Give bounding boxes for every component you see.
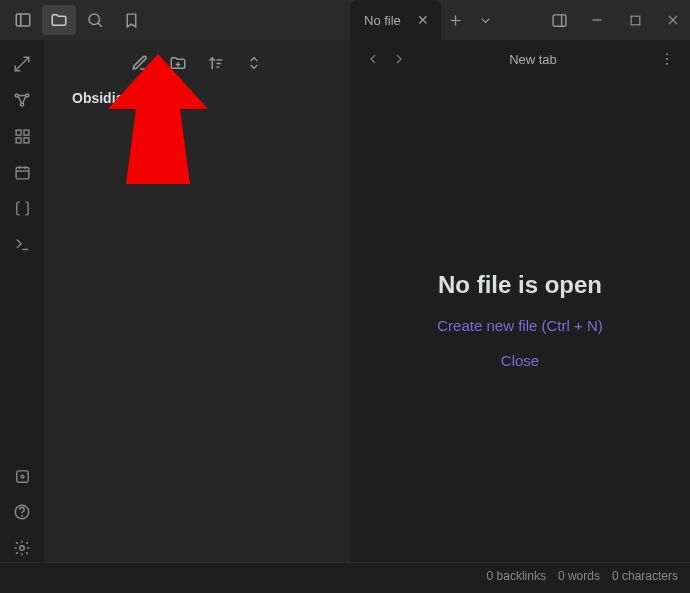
svg-point-2 (89, 14, 100, 25)
svg-point-36 (666, 58, 668, 60)
sidebar-toggle-icon[interactable] (6, 5, 40, 35)
close-link[interactable]: Close (501, 352, 539, 369)
daily-note-icon[interactable] (7, 158, 37, 186)
search-tab-icon[interactable] (78, 5, 112, 35)
view-title: New tab (412, 52, 654, 67)
help-icon[interactable] (7, 498, 37, 526)
right-sidebar-toggle-icon[interactable] (542, 5, 576, 35)
window-controls (542, 5, 690, 35)
command-palette-icon[interactable] (7, 230, 37, 258)
svg-rect-0 (16, 14, 30, 26)
settings-icon[interactable] (7, 534, 37, 562)
bookmarks-tab-icon[interactable] (114, 5, 148, 35)
window-minimize-icon[interactable] (580, 5, 614, 35)
window-close-icon[interactable] (656, 5, 690, 35)
svg-point-35 (666, 53, 668, 55)
vault-icon[interactable] (7, 462, 37, 490)
new-note-icon[interactable] (128, 51, 152, 75)
svg-point-14 (21, 103, 24, 106)
body: Obsidian Vault New tab No file is open C… (0, 40, 690, 562)
sort-icon[interactable] (204, 51, 228, 75)
svg-point-28 (20, 546, 25, 551)
view-more-icon[interactable] (654, 46, 680, 72)
collapse-icon[interactable] (242, 51, 266, 75)
svg-point-25 (21, 475, 24, 478)
canvas-icon[interactable] (7, 122, 37, 150)
tab-label: No file (364, 13, 401, 28)
file-explorer: Obsidian Vault (44, 40, 350, 562)
svg-rect-9 (631, 16, 640, 25)
new-tab-button[interactable] (441, 5, 471, 35)
ribbon (0, 40, 44, 562)
new-folder-icon[interactable] (166, 51, 190, 75)
status-bar: 0 backlinks 0 words 0 characters (0, 562, 690, 588)
create-new-file-link[interactable]: Create new file (Ctrl + N) (437, 317, 602, 334)
svg-point-37 (666, 63, 668, 65)
svg-rect-24 (16, 470, 27, 481)
svg-rect-18 (23, 137, 28, 142)
tab-strip: No file ✕ (350, 0, 690, 40)
nav-forward-icon[interactable] (386, 46, 412, 72)
svg-rect-15 (16, 130, 21, 135)
title-bar: No file ✕ (0, 0, 690, 40)
view-header: New tab (350, 40, 690, 78)
window-maximize-icon[interactable] (618, 5, 652, 35)
svg-point-27 (22, 515, 23, 516)
editor-pane: New tab No file is open Create new file … (350, 40, 690, 562)
status-words[interactable]: 0 words (558, 569, 600, 583)
tab-close-icon[interactable]: ✕ (415, 12, 431, 28)
svg-rect-16 (23, 130, 28, 135)
svg-rect-17 (16, 137, 21, 142)
empty-heading: No file is open (438, 271, 602, 299)
status-characters[interactable]: 0 characters (612, 569, 678, 583)
files-tab-icon[interactable] (42, 5, 76, 35)
svg-line-3 (98, 23, 102, 27)
tab-dropdown-icon[interactable] (471, 5, 501, 35)
sidebar-tabs (0, 5, 350, 35)
file-explorer-toolbar (44, 40, 350, 80)
templates-icon[interactable] (7, 194, 37, 222)
svg-rect-19 (16, 167, 29, 178)
graph-view-icon[interactable] (7, 86, 37, 114)
vault-name[interactable]: Obsidian Vault (44, 80, 350, 106)
empty-state: No file is open Create new file (Ctrl + … (350, 78, 690, 562)
active-tab[interactable]: No file ✕ (350, 0, 441, 40)
quick-switcher-icon[interactable] (7, 50, 37, 78)
svg-rect-6 (553, 14, 566, 25)
nav-back-icon[interactable] (360, 46, 386, 72)
status-backlinks[interactable]: 0 backlinks (487, 569, 546, 583)
